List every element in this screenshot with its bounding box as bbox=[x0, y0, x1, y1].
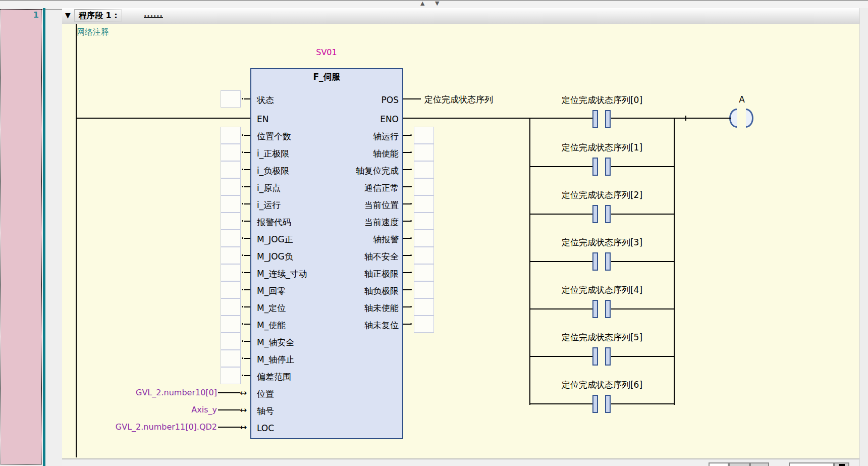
pin-stub bbox=[403, 135, 411, 136]
branch-wire bbox=[530, 308, 593, 309]
wire-dot bbox=[410, 151, 412, 153]
branch-wire bbox=[611, 261, 675, 262]
wire-dot bbox=[242, 220, 243, 222]
wire-layer bbox=[0, 0, 868, 466]
contact-symbol[interactable] bbox=[592, 110, 598, 128]
operand-box-empty[interactable] bbox=[414, 127, 434, 144]
branch-wire bbox=[611, 166, 675, 167]
operand-box-empty[interactable] bbox=[221, 127, 241, 144]
operand-box-empty[interactable] bbox=[221, 333, 241, 350]
wire-dot bbox=[242, 306, 243, 307]
operand-box-empty[interactable] bbox=[221, 230, 241, 247]
pin-stub bbox=[244, 289, 250, 290]
pin-stub bbox=[403, 238, 411, 239]
operand-box-empty[interactable] bbox=[221, 264, 241, 281]
pin-stub bbox=[403, 169, 411, 170]
wire-dot bbox=[242, 151, 243, 153]
pin-stub bbox=[403, 272, 411, 273]
pin-stub bbox=[244, 358, 250, 359]
wire-dot bbox=[242, 323, 243, 325]
operand-box-empty[interactable] bbox=[414, 230, 434, 247]
operand-box-empty[interactable] bbox=[221, 144, 241, 161]
contact-symbol[interactable] bbox=[592, 300, 598, 318]
contact-symbol[interactable] bbox=[605, 205, 611, 223]
contact-symbol[interactable] bbox=[592, 347, 598, 366]
contact-symbol[interactable] bbox=[592, 158, 598, 176]
pin-stub bbox=[244, 186, 250, 187]
operand-box-empty[interactable] bbox=[221, 316, 241, 333]
operand-box-empty[interactable] bbox=[414, 281, 434, 298]
operand-box-empty[interactable] bbox=[221, 178, 241, 195]
wire-dot bbox=[242, 186, 243, 187]
en-rung bbox=[77, 118, 250, 119]
operand-box-empty[interactable] bbox=[221, 367, 241, 384]
wire-dot bbox=[410, 323, 412, 325]
branch-wire bbox=[530, 403, 593, 404]
operand-box-empty[interactable] bbox=[221, 247, 241, 264]
operand-box-empty[interactable] bbox=[221, 161, 241, 178]
operand-box-empty[interactable] bbox=[221, 298, 241, 316]
pin-stub bbox=[244, 375, 250, 376]
wire-junction-tick bbox=[685, 116, 686, 121]
operand-box-empty[interactable] bbox=[414, 247, 434, 264]
operand-box-empty[interactable] bbox=[221, 213, 241, 230]
pos-stub bbox=[403, 98, 421, 99]
operand-box-empty[interactable] bbox=[414, 144, 434, 161]
pin-stub bbox=[244, 306, 250, 307]
operand-box-empty[interactable] bbox=[414, 316, 434, 333]
wire-dot bbox=[242, 340, 243, 342]
inout-wire bbox=[218, 427, 240, 428]
pin-stub bbox=[244, 169, 250, 170]
contact-symbol[interactable] bbox=[605, 252, 611, 271]
operand-box-empty[interactable] bbox=[414, 264, 434, 281]
operand-box-empty[interactable] bbox=[414, 178, 434, 195]
pin-stub bbox=[244, 203, 250, 204]
pin-stub bbox=[403, 221, 411, 222]
operand-box-empty[interactable] bbox=[414, 195, 434, 213]
wire-dot bbox=[410, 169, 412, 170]
pin-stub bbox=[244, 98, 250, 99]
wire-dot bbox=[242, 203, 243, 204]
wire-dot bbox=[242, 254, 243, 256]
operand-box-empty[interactable] bbox=[221, 195, 241, 213]
main-rung bbox=[403, 118, 593, 119]
contact-symbol[interactable] bbox=[592, 205, 598, 223]
pin-stub bbox=[403, 255, 411, 256]
branch-wire bbox=[530, 166, 593, 167]
contact-symbol[interactable] bbox=[605, 158, 611, 176]
contact-symbol[interactable] bbox=[605, 395, 611, 413]
pin-stub bbox=[244, 324, 250, 325]
inout-wire bbox=[218, 392, 240, 393]
pin-stub bbox=[244, 272, 250, 273]
wire-dot bbox=[410, 203, 412, 204]
wire-dot bbox=[410, 134, 412, 136]
branch-wire bbox=[611, 403, 675, 404]
operand-box-empty[interactable] bbox=[221, 350, 241, 367]
ladder-editor-screen: ▲ ▼ 1 ▼ 程序段 1 : ...... 网络注释 SV01 F_伺服 状态… bbox=[0, 0, 868, 466]
wire-dot bbox=[410, 220, 412, 222]
contact-symbol[interactable] bbox=[592, 252, 598, 271]
wire-dot bbox=[242, 169, 243, 170]
wire-dot bbox=[410, 254, 412, 256]
main-rung bbox=[611, 118, 731, 119]
contact-symbol[interactable] bbox=[592, 395, 598, 413]
operand-box-empty[interactable] bbox=[414, 161, 434, 178]
wire-dot bbox=[242, 98, 243, 99]
operand-box-empty[interactable] bbox=[221, 90, 241, 108]
operand-box-empty[interactable] bbox=[221, 281, 241, 298]
wire-dot bbox=[242, 375, 243, 376]
operand-box-empty[interactable] bbox=[414, 213, 434, 230]
operand-box-empty[interactable] bbox=[414, 298, 434, 316]
branch-wire bbox=[530, 214, 593, 215]
contact-symbol[interactable] bbox=[605, 300, 611, 318]
wire-dot bbox=[410, 289, 412, 290]
wire-dot bbox=[410, 272, 412, 273]
pin-stub bbox=[403, 324, 411, 325]
pin-stub bbox=[244, 341, 250, 342]
contact-symbol[interactable] bbox=[605, 347, 611, 366]
branch-wire bbox=[611, 356, 675, 357]
pin-stub bbox=[244, 255, 250, 256]
pin-stub bbox=[244, 238, 250, 239]
branch-wire bbox=[530, 261, 593, 262]
contact-symbol[interactable] bbox=[605, 110, 611, 128]
